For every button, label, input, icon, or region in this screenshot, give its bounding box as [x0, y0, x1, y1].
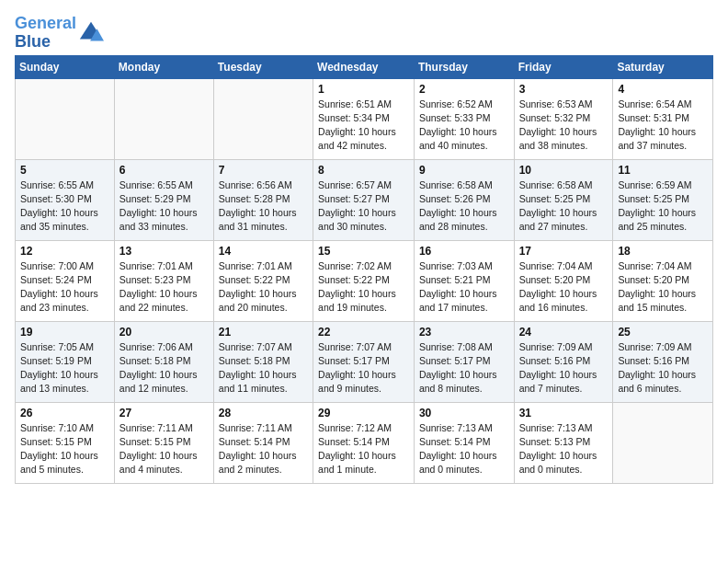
day-info: Sunrise: 6:51 AM Sunset: 5:34 PM Dayligh… — [318, 98, 409, 154]
day-info: Sunrise: 7:10 AM Sunset: 5:15 PM Dayligh… — [20, 421, 109, 477]
day-info: Sunrise: 7:06 AM Sunset: 5:18 PM Dayligh… — [119, 340, 209, 396]
day-number: 10 — [519, 164, 609, 177]
day-number: 2 — [419, 83, 509, 96]
day-number: 5 — [20, 164, 109, 177]
day-number: 31 — [519, 407, 609, 419]
logo: GeneralBlue — [15, 15, 104, 52]
day-number: 25 — [618, 326, 708, 339]
day-info: Sunrise: 7:04 AM Sunset: 5:20 PM Dayligh… — [519, 259, 609, 316]
calendar-day-8: 8Sunrise: 6:57 AM Sunset: 5:27 PM Daylig… — [313, 159, 415, 240]
calendar-day-30: 30Sunrise: 7:13 AM Sunset: 5:14 PM Dayli… — [414, 402, 514, 483]
calendar-week-row: 26Sunrise: 7:10 AM Sunset: 5:15 PM Dayli… — [16, 402, 713, 483]
calendar-week-row: 5Sunrise: 6:55 AM Sunset: 5:30 PM Daylig… — [16, 159, 713, 240]
day-number: 4 — [618, 83, 708, 96]
day-number: 1 — [318, 83, 409, 96]
calendar-day-18: 18Sunrise: 7:04 AM Sunset: 5:20 PM Dayli… — [613, 240, 713, 321]
calendar-day-12: 12Sunrise: 7:00 AM Sunset: 5:24 PM Dayli… — [16, 240, 115, 321]
day-info: Sunrise: 6:54 AM Sunset: 5:31 PM Dayligh… — [618, 98, 708, 154]
day-number: 23 — [419, 326, 509, 339]
column-header-friday: Friday — [514, 55, 613, 78]
day-number: 27 — [119, 407, 209, 419]
calendar-day-26: 26Sunrise: 7:10 AM Sunset: 5:15 PM Dayli… — [16, 402, 115, 483]
day-number: 28 — [219, 407, 308, 419]
day-number: 24 — [519, 326, 609, 339]
day-info: Sunrise: 7:07 AM Sunset: 5:18 PM Dayligh… — [219, 340, 308, 396]
calendar-day-28: 28Sunrise: 7:11 AM Sunset: 5:14 PM Dayli… — [213, 402, 313, 483]
calendar-day-6: 6Sunrise: 6:55 AM Sunset: 5:29 PM Daylig… — [114, 159, 213, 240]
calendar-week-row: 12Sunrise: 7:00 AM Sunset: 5:24 PM Dayli… — [16, 240, 713, 321]
day-info: Sunrise: 6:53 AM Sunset: 5:32 PM Dayligh… — [519, 98, 609, 154]
day-number: 29 — [318, 407, 409, 419]
calendar-day-2: 2Sunrise: 6:52 AM Sunset: 5:33 PM Daylig… — [414, 78, 514, 159]
day-number: 14 — [219, 245, 308, 258]
day-number: 30 — [419, 407, 509, 419]
calendar-day-23: 23Sunrise: 7:08 AM Sunset: 5:17 PM Dayli… — [414, 321, 514, 402]
calendar-day-16: 16Sunrise: 7:03 AM Sunset: 5:21 PM Dayli… — [414, 240, 514, 321]
day-number: 15 — [318, 245, 409, 258]
empty-day-cell — [613, 402, 713, 483]
calendar-day-17: 17Sunrise: 7:04 AM Sunset: 5:20 PM Dayli… — [514, 240, 613, 321]
day-number: 18 — [618, 245, 708, 258]
empty-day-cell — [114, 78, 213, 159]
day-info: Sunrise: 6:55 AM Sunset: 5:29 PM Dayligh… — [119, 178, 209, 235]
day-number: 9 — [419, 164, 509, 177]
calendar-day-27: 27Sunrise: 7:11 AM Sunset: 5:15 PM Dayli… — [114, 402, 213, 483]
column-header-saturday: Saturday — [613, 55, 713, 78]
day-info: Sunrise: 7:01 AM Sunset: 5:23 PM Dayligh… — [119, 259, 209, 316]
day-number: 22 — [318, 326, 409, 339]
calendar-day-13: 13Sunrise: 7:01 AM Sunset: 5:23 PM Dayli… — [114, 240, 213, 321]
calendar-day-7: 7Sunrise: 6:56 AM Sunset: 5:28 PM Daylig… — [213, 159, 313, 240]
day-info: Sunrise: 7:11 AM Sunset: 5:14 PM Dayligh… — [219, 421, 308, 477]
day-info: Sunrise: 7:13 AM Sunset: 5:13 PM Dayligh… — [519, 421, 609, 477]
calendar-day-9: 9Sunrise: 6:58 AM Sunset: 5:26 PM Daylig… — [414, 159, 514, 240]
column-header-wednesday: Wednesday — [313, 55, 415, 78]
calendar-header-row: SundayMondayTuesdayWednesdayThursdayFrid… — [16, 55, 713, 78]
logo-icon — [78, 20, 104, 46]
day-info: Sunrise: 7:02 AM Sunset: 5:22 PM Dayligh… — [318, 259, 409, 316]
column-header-sunday: Sunday — [16, 55, 115, 78]
day-info: Sunrise: 7:12 AM Sunset: 5:14 PM Dayligh… — [318, 421, 409, 477]
day-number: 7 — [219, 164, 308, 177]
calendar-day-1: 1Sunrise: 6:51 AM Sunset: 5:34 PM Daylig… — [313, 78, 415, 159]
calendar-week-row: 19Sunrise: 7:05 AM Sunset: 5:19 PM Dayli… — [16, 321, 713, 402]
day-info: Sunrise: 7:11 AM Sunset: 5:15 PM Dayligh… — [119, 421, 209, 477]
calendar-day-5: 5Sunrise: 6:55 AM Sunset: 5:30 PM Daylig… — [16, 159, 115, 240]
calendar-day-25: 25Sunrise: 7:09 AM Sunset: 5:16 PM Dayli… — [613, 321, 713, 402]
calendar-day-4: 4Sunrise: 6:54 AM Sunset: 5:31 PM Daylig… — [613, 78, 713, 159]
calendar-day-21: 21Sunrise: 7:07 AM Sunset: 5:18 PM Dayli… — [213, 321, 313, 402]
day-number: 8 — [318, 164, 409, 177]
day-info: Sunrise: 7:07 AM Sunset: 5:17 PM Dayligh… — [318, 340, 409, 396]
column-header-tuesday: Tuesday — [213, 55, 313, 78]
day-info: Sunrise: 7:04 AM Sunset: 5:20 PM Dayligh… — [618, 259, 708, 316]
day-info: Sunrise: 7:13 AM Sunset: 5:14 PM Dayligh… — [419, 421, 509, 477]
day-info: Sunrise: 6:52 AM Sunset: 5:33 PM Dayligh… — [419, 98, 509, 154]
calendar-day-19: 19Sunrise: 7:05 AM Sunset: 5:19 PM Dayli… — [16, 321, 115, 402]
day-number: 17 — [519, 245, 609, 258]
calendar-day-10: 10Sunrise: 6:58 AM Sunset: 5:25 PM Dayli… — [514, 159, 613, 240]
calendar-table: SundayMondayTuesdayWednesdayThursdayFrid… — [15, 55, 713, 484]
calendar-day-31: 31Sunrise: 7:13 AM Sunset: 5:13 PM Dayli… — [514, 402, 613, 483]
day-number: 19 — [20, 326, 109, 339]
day-number: 21 — [219, 326, 308, 339]
column-header-monday: Monday — [114, 55, 213, 78]
calendar-day-29: 29Sunrise: 7:12 AM Sunset: 5:14 PM Dayli… — [313, 402, 415, 483]
day-info: Sunrise: 6:59 AM Sunset: 5:25 PM Dayligh… — [618, 178, 708, 235]
day-number: 11 — [618, 164, 708, 177]
day-info: Sunrise: 6:58 AM Sunset: 5:26 PM Dayligh… — [419, 178, 509, 235]
logo-text: GeneralBlue — [15, 15, 76, 52]
calendar-day-11: 11Sunrise: 6:59 AM Sunset: 5:25 PM Dayli… — [613, 159, 713, 240]
day-number: 13 — [119, 245, 209, 258]
calendar-day-24: 24Sunrise: 7:09 AM Sunset: 5:16 PM Dayli… — [514, 321, 613, 402]
day-info: Sunrise: 7:05 AM Sunset: 5:19 PM Dayligh… — [20, 340, 109, 396]
calendar-day-20: 20Sunrise: 7:06 AM Sunset: 5:18 PM Dayli… — [114, 321, 213, 402]
day-info: Sunrise: 6:57 AM Sunset: 5:27 PM Dayligh… — [318, 178, 409, 235]
page-header: GeneralBlue — [15, 15, 713, 52]
calendar-day-22: 22Sunrise: 7:07 AM Sunset: 5:17 PM Dayli… — [313, 321, 415, 402]
column-header-thursday: Thursday — [414, 55, 514, 78]
day-number: 26 — [20, 407, 109, 419]
calendar-week-row: 1Sunrise: 6:51 AM Sunset: 5:34 PM Daylig… — [16, 78, 713, 159]
day-info: Sunrise: 7:01 AM Sunset: 5:22 PM Dayligh… — [219, 259, 308, 316]
day-number: 3 — [519, 83, 609, 96]
day-info: Sunrise: 6:55 AM Sunset: 5:30 PM Dayligh… — [20, 178, 109, 235]
day-number: 20 — [119, 326, 209, 339]
